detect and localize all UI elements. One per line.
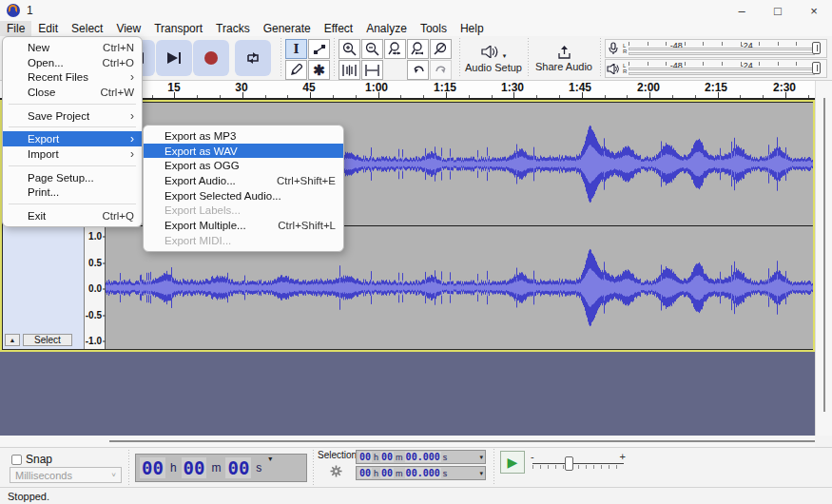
loop-button[interactable] — [235, 40, 271, 76]
menu-item-new[interactable]: NewCtrl+N — [3, 40, 142, 55]
minimize-button[interactable]: – — [724, 0, 760, 21]
menu-item-export-midi[interactable]: Export MIDI... — [144, 233, 343, 248]
snap-mode-select[interactable]: Milliseconds ˅ — [10, 467, 122, 483]
menu-effect[interactable]: Effect — [318, 21, 359, 36]
zoom-in-button[interactable] — [339, 39, 360, 59]
toolbar-grip[interactable] — [599, 38, 603, 78]
position-seconds[interactable]: 00 — [225, 457, 251, 478]
speaker-icon — [607, 64, 620, 74]
zoom-out-button[interactable] — [361, 39, 383, 59]
menu-generate[interactable]: Generate — [257, 21, 318, 36]
envelope-tool-button[interactable] — [308, 39, 330, 59]
menu-item-export-labels[interactable]: Export Labels... — [144, 203, 343, 218]
snap-checkbox[interactable] — [11, 455, 22, 465]
menu-item-export-audio[interactable]: Export Audio...Ctrl+Shift+E — [144, 173, 343, 188]
skip-to-end-button[interactable] — [156, 40, 192, 76]
record-button[interactable] — [193, 40, 229, 76]
horizontal-scrollbar[interactable] — [0, 436, 815, 447]
selection-end-field[interactable]: 00 h 00 m 00.000 s ▾ — [356, 466, 486, 480]
toolbar-grip[interactable] — [280, 38, 283, 78]
sel-end-seconds[interactable]: 00.000 — [405, 468, 441, 478]
zoom-fit-project-button[interactable] — [407, 39, 429, 59]
horizontal-scrollbar-thumb[interactable] — [109, 440, 815, 442]
toolbar-grip[interactable] — [333, 38, 337, 78]
vertical-scrollbar-thumb[interactable] — [823, 98, 825, 412]
maximize-button[interactable]: □ — [760, 0, 796, 21]
unit-label: h — [372, 453, 380, 462]
selection-start-field[interactable]: 00 h 00 m 00.000 s ▾ — [356, 450, 486, 464]
sel-end-minutes[interactable]: 00 — [380, 468, 394, 478]
position-hours[interactable]: 00 — [140, 457, 165, 478]
trim-audio-button[interactable] — [339, 60, 360, 80]
timeline-label: 1:30 — [501, 81, 524, 94]
zoom-selection-button[interactable] — [384, 39, 406, 59]
scale-label: 0.0 — [88, 283, 102, 294]
unit-label: s — [441, 469, 450, 478]
playback-meter[interactable]: LR -48 -24 — [605, 59, 827, 78]
close-button[interactable]: × — [796, 0, 832, 21]
menu-item-export-selected-audio[interactable]: Export Selected Audio... — [144, 188, 343, 204]
share-audio-button[interactable]: Share Audio — [532, 40, 595, 78]
scale-label: -1.0 — [86, 336, 102, 346]
collapse-track-button[interactable]: ▲ — [5, 334, 20, 346]
undo-button[interactable] — [407, 60, 429, 80]
menu-item-save-project[interactable]: Save Project› — [3, 108, 142, 124]
menu-file[interactable]: File — [0, 21, 31, 36]
audio-position-display[interactable]: 00 h 00 m 00 s ▾ — [135, 454, 307, 482]
menu-help[interactable]: Help — [454, 21, 491, 36]
menu-item-export-as-mp3[interactable]: Export as MP3 — [144, 128, 343, 144]
menu-item-exit[interactable]: ExitCtrl+Q — [3, 208, 142, 223]
play-at-speed-button[interactable]: ▶ — [500, 451, 525, 474]
menu-item-export[interactable]: Export› — [3, 131, 142, 146]
speed-minus-label: - — [531, 451, 534, 462]
sel-start-minutes[interactable]: 00 — [380, 452, 394, 462]
menu-item-export-multiple[interactable]: Export Multiple...Ctrl+Shift+L — [144, 218, 343, 233]
menu-item-export-as-wav[interactable]: Export as WAV — [144, 144, 343, 159]
unit-label: h — [165, 461, 182, 475]
toolbar-grip[interactable] — [127, 450, 131, 486]
zoom-toggle-button[interactable] — [430, 39, 452, 59]
recording-volume-slider[interactable] — [812, 42, 821, 54]
format-dropdown-caret[interactable]: ▾ — [479, 470, 483, 477]
meter-bar-right — [629, 72, 815, 75]
draw-tool-button[interactable] — [285, 60, 307, 80]
menu-item-open[interactable]: Open...Ctrl+O — [3, 55, 142, 70]
menu-item-export-as-ogg[interactable]: Export as OGG — [144, 158, 343, 173]
menu-transport[interactable]: Transport — [147, 21, 209, 36]
menu-analyze[interactable]: Analyze — [359, 21, 414, 36]
playback-speed-slider[interactable]: - + — [531, 451, 626, 474]
sel-start-hours[interactable]: 00 — [358, 452, 372, 462]
menu-item-page-setup[interactable]: Page Setup... — [3, 170, 142, 185]
format-dropdown-caret[interactable]: ▾ — [268, 455, 272, 463]
sel-end-hours[interactable]: 00 — [358, 468, 372, 478]
vertical-scrollbar[interactable] — [815, 81, 832, 436]
track-select-button[interactable]: Select — [23, 334, 72, 346]
toolbar-grip[interactable] — [493, 449, 496, 485]
position-minutes[interactable]: 00 — [182, 457, 207, 478]
selection-tool-button[interactable]: I — [285, 39, 307, 59]
audio-setup-label: Audio Setup — [465, 62, 522, 73]
menu-select[interactable]: Select — [65, 21, 109, 36]
redo-button[interactable] — [430, 60, 452, 80]
sel-start-seconds[interactable]: 00.000 — [405, 452, 441, 462]
multi-tool-button[interactable]: ✱ — [308, 60, 330, 80]
menu-item-recent-files[interactable]: Recent Files› — [3, 69, 142, 85]
menu-edit[interactable]: Edit — [31, 21, 65, 36]
format-dropdown-caret[interactable]: ▾ — [479, 454, 483, 461]
audio-setup-button[interactable]: ▾ Audio Setup — [464, 40, 523, 78]
toolbar-grip[interactable] — [527, 38, 531, 78]
recording-meter[interactable]: LR -48 -24 — [605, 39, 827, 58]
slider-thumb[interactable] — [565, 456, 573, 471]
menu-view[interactable]: View — [109, 21, 147, 36]
timeline-label: 2:15 — [705, 81, 727, 94]
playback-volume-slider[interactable] — [812, 62, 821, 74]
menu-tracks[interactable]: Tracks — [209, 21, 257, 36]
menu-tools[interactable]: Tools — [414, 21, 454, 36]
menu-item-print[interactable]: Print... — [3, 185, 142, 201]
gear-icon[interactable] — [330, 465, 342, 477]
toolbar-grip[interactable] — [458, 38, 462, 78]
menu-item-close[interactable]: CloseCtrl+W — [3, 85, 142, 100]
toolbar-grip[interactable] — [312, 450, 316, 486]
menu-item-import[interactable]: Import› — [3, 146, 142, 162]
silence-audio-button[interactable] — [361, 60, 383, 80]
